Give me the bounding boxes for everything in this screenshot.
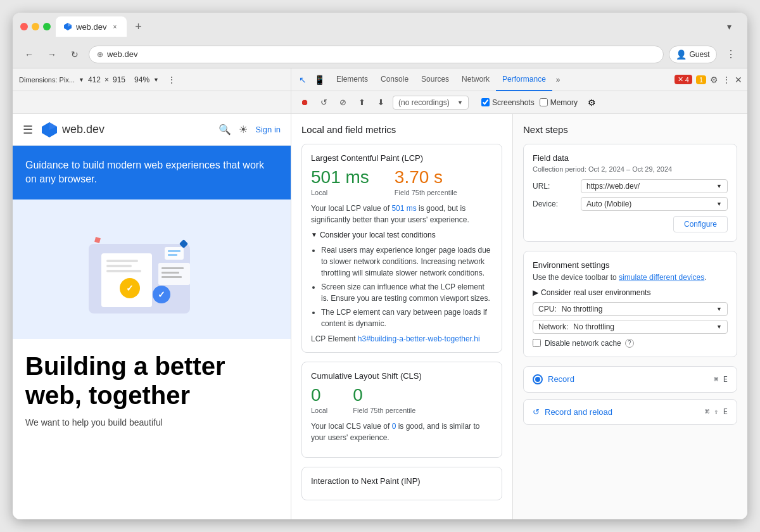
reload-record-button[interactable]: ↺ — [317, 96, 331, 110]
lcp-element-row: LCP Element h3#building-a-better-web-tog… — [311, 334, 493, 343]
tab-network[interactable]: Network — [455, 68, 496, 91]
device-dropdown[interactable]: Auto (Mobile) ▼ — [581, 197, 728, 211]
svg-rect-18 — [158, 263, 190, 285]
cls-local-label: Local — [311, 407, 327, 414]
lcp-description: Your local LCP value of 501 ms is good, … — [311, 203, 493, 225]
zoom-dropdown-icon[interactable]: ▼ — [153, 77, 159, 83]
devtools-panel: Local and field metrics Largest Contentf… — [291, 114, 747, 519]
warning-count: 1 — [699, 76, 703, 84]
more-options-icon[interactable]: ⋮ — [168, 75, 175, 84]
tab-performance[interactable]: Performance — [496, 68, 552, 91]
hero-text: Guidance to build modern web experiences… — [25, 158, 278, 187]
svg-rect-17 — [94, 237, 101, 243]
lcp-element-link[interactable]: h3#building-a-better-web-together.hi — [358, 334, 480, 343]
recordings-dropdown[interactable]: (no recordings) ▼ — [393, 96, 469, 110]
performance-panel: Local and field metrics Largest Contentf… — [291, 114, 513, 519]
svg-rect-20 — [162, 272, 179, 274]
devtools-settings-icon[interactable]: ⚙ — [710, 75, 718, 85]
url-dropdown[interactable]: https://web.dev/ ▼ — [581, 179, 728, 193]
env-expand[interactable]: ▶ Consider real user environments — [533, 288, 728, 297]
clear-button[interactable]: ⊘ — [336, 96, 350, 110]
device-tool-icon[interactable]: 📱 — [312, 75, 327, 85]
lcp-bullet-2: Screen size can influence what the LCP e… — [321, 281, 493, 304]
cls-values: 0 Local 0 Field 75th percentile — [311, 386, 493, 414]
device-dropdown-value: Auto (Mobile) — [586, 200, 631, 208]
url-field-row: URL: https://web.dev/ ▼ — [533, 179, 728, 193]
lcp-local-group: 501 ms Local — [311, 168, 369, 196]
hamburger-icon[interactable]: ☰ — [23, 123, 33, 137]
devtools-close-icon[interactable]: ✕ — [735, 75, 742, 85]
tab-close-button[interactable]: × — [110, 22, 119, 31]
signin-button[interactable]: Sign in — [255, 125, 281, 134]
cache-help-icon[interactable]: ? — [625, 339, 634, 348]
window-more-icon[interactable]: ▾ — [727, 22, 740, 32]
device-field-row: Device: Auto (Mobile) ▼ — [533, 197, 728, 211]
dimensions-dropdown-icon[interactable]: ▼ — [79, 77, 84, 83]
cls-title: Cumulative Layout Shift (CLS) — [311, 371, 493, 381]
refresh-button[interactable]: ↻ — [66, 46, 84, 63]
logo-text: web.dev — [62, 123, 104, 136]
record-circle-button[interactable]: ⏺ — [298, 96, 312, 110]
dimensions-label: Dimensions: Pix... — [19, 76, 75, 84]
back-button[interactable]: ← — [20, 46, 38, 63]
profile-button[interactable]: 👤 Guest — [669, 46, 717, 63]
main-heading: Building a better web, together — [25, 352, 278, 410]
theme-toggle-icon[interactable]: ☀ — [239, 124, 248, 136]
cpu-row: CPU: No throttling ▼ — [533, 302, 728, 316]
lcp-values: 501 ms Local 3.70 s Field 75th percentil… — [311, 168, 493, 196]
search-icon[interactable]: 🔍 — [218, 124, 231, 136]
expand-label: Consider your local test conditions — [320, 231, 436, 239]
address-bar: ← → ↻ ⊕ web.dev 👤 Guest ⋮ — [13, 41, 747, 68]
configure-button[interactable]: Configure — [673, 216, 728, 232]
new-tab-button[interactable]: + — [129, 18, 147, 35]
record-reload-label[interactable]: Record and reload — [545, 407, 612, 417]
lcp-element-label: LCP Element — [311, 334, 355, 343]
devtools-kebab-icon[interactable]: ⋮ — [722, 75, 731, 85]
memory-checkbox[interactable] — [540, 98, 548, 106]
url-dropdown-value: https://web.dev/ — [586, 182, 640, 191]
sub-text: We want to help you build beautiful — [25, 417, 278, 428]
lcp-local-label: Local — [311, 189, 369, 196]
tab-sources[interactable]: Sources — [415, 68, 455, 91]
url-bar[interactable]: ⊕ web.dev — [89, 46, 664, 63]
inp-title: Interaction to Next Paint (INP) — [311, 476, 493, 486]
tab-more-button[interactable]: » — [552, 73, 564, 87]
browser-window: web.dev × + ▾ ← → ↻ ⊕ web.dev 👤 Guest ⋮ … — [13, 13, 747, 519]
lcp-local-value: 501 ms — [311, 168, 369, 187]
dimensions-zoom: 94% — [134, 75, 149, 84]
devtools-icons-section: ✕ 4 1 ⚙ ⋮ ✕ — [669, 68, 747, 91]
main-content: ☰ web.dev 🔍 ☀ Sign in Guidance to build … — [13, 114, 747, 519]
network-value: No throttling — [573, 322, 614, 331]
record-reload-card: ↺ Record and reload ⌘ ⇧ E — [523, 399, 737, 425]
simulate-devices-link[interactable]: simulate different devices — [619, 273, 704, 282]
simulate-link-text: simulate different devices — [619, 273, 704, 282]
tab-elements[interactable]: Elements — [330, 68, 374, 91]
tab-console[interactable]: Console — [374, 68, 415, 91]
record-reload-left: ↺ Record and reload — [533, 407, 612, 417]
record-label[interactable]: Record — [548, 374, 574, 384]
configure-btn-row: Configure — [533, 216, 728, 232]
svg-rect-19 — [162, 267, 184, 269]
forward-button[interactable]: → — [43, 46, 61, 63]
field-data-card: Field data Collection period: Oct 2, 202… — [523, 144, 737, 242]
network-dropdown[interactable]: Network: No throttling ▼ — [533, 320, 728, 334]
maximize-button[interactable] — [43, 23, 51, 30]
active-tab[interactable]: web.dev × — [56, 16, 127, 37]
cls-field-label: Field 75th percentile — [353, 407, 415, 414]
minimize-button[interactable] — [32, 23, 39, 30]
close-button[interactable] — [20, 23, 28, 30]
pointer-tool-icon[interactable]: ↖ — [296, 75, 309, 85]
network-label: Network: — [538, 322, 568, 331]
capture-settings-icon[interactable]: ⚙ — [588, 98, 596, 108]
lcp-expand-section[interactable]: ▼ Consider your local test conditions — [311, 231, 493, 239]
disable-cache-checkbox[interactable] — [533, 339, 541, 347]
dimensions-width: 412 — [88, 75, 101, 84]
devtools-tabs-section: ↖ 📱 Elements Console Sources Network Per… — [291, 68, 669, 91]
screenshots-checkbox[interactable] — [481, 98, 490, 106]
download-button[interactable]: ⬇ — [374, 96, 388, 110]
browser-menu-button[interactable]: ⋮ — [722, 46, 740, 63]
upload-button[interactable]: ⬆ — [355, 96, 369, 110]
next-steps-title: Next steps — [523, 124, 737, 135]
svg-rect-21 — [162, 276, 182, 278]
cpu-dropdown[interactable]: CPU: No throttling ▼ — [533, 302, 728, 316]
